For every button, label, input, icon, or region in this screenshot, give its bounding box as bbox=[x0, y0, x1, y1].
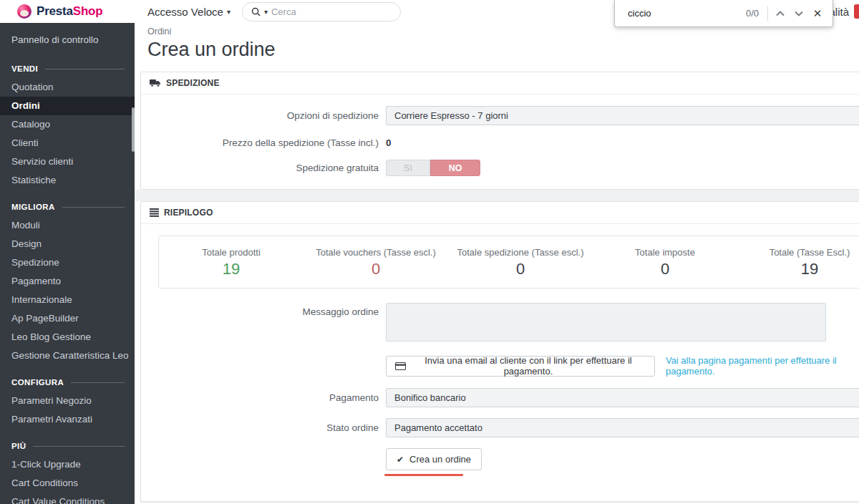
total-shipping-value: 0 bbox=[448, 260, 593, 278]
find-bar-divider bbox=[767, 6, 768, 21]
chevron-up-icon bbox=[776, 11, 785, 16]
browser-find-bar: 0/0 ✕ bbox=[614, 0, 833, 27]
panel-gap bbox=[135, 190, 859, 201]
annotation-red-underline bbox=[384, 474, 463, 476]
main-content: Ordini Crea un ordine SPEDIZIONE Opzioni… bbox=[135, 23, 859, 502]
find-close-button[interactable]: ✕ bbox=[808, 4, 827, 23]
summary-panel: RIEPILOGO Totale prodotti 19 Totale vouc… bbox=[140, 201, 859, 502]
shipping-panel-title: SPEDIZIONE bbox=[166, 78, 220, 88]
sidebar-item-quotation[interactable]: Quotation bbox=[0, 78, 135, 97]
sidebar-item-dashboard[interactable]: Pannello di controllo bbox=[0, 23, 135, 52]
total-products-label: Totale prodotti bbox=[159, 247, 304, 258]
payment-method-label: Pagamento bbox=[141, 392, 379, 403]
total-taxes-col: Totale imposte 0 bbox=[593, 247, 737, 278]
search-icon bbox=[251, 7, 261, 16]
free-shipping-no-button[interactable]: NO bbox=[430, 160, 480, 176]
order-message-label: Messaggio ordine bbox=[141, 303, 379, 317]
sidebar-item-1-click-upgrade[interactable]: 1-Click Upgrade bbox=[0, 455, 135, 474]
sidebar-section-piu: PIÙ bbox=[11, 442, 135, 450]
chevron-down-icon bbox=[795, 11, 803, 16]
total-shipping-col: Totale spedizione (Tasse escl.) 0 bbox=[448, 247, 593, 278]
order-totals-box: Totale prodotti 19 Totale vouchers (Tass… bbox=[158, 236, 859, 289]
find-input[interactable] bbox=[628, 8, 742, 19]
summary-panel-header: RIEPILOGO bbox=[141, 202, 859, 224]
sidebar-item-clienti[interactable]: Clienti bbox=[0, 134, 135, 152]
sidebar-item-moduli[interactable]: Moduli bbox=[0, 216, 135, 235]
total-shipping-label: Totale spedizione (Tasse escl.) bbox=[448, 247, 593, 258]
find-next-button[interactable] bbox=[790, 4, 808, 23]
sidebar-item-gestione-caratteristica-leo[interactable]: Gestione Caratteristica Leo bbox=[0, 346, 135, 365]
summary-panel-title: RIEPILOGO bbox=[164, 208, 213, 218]
order-status-selected-value: Pagamento accettato bbox=[394, 422, 482, 433]
search-scope-caret-icon[interactable]: ▾ bbox=[264, 8, 268, 16]
create-order-button-label: Crea un ordine bbox=[409, 454, 471, 465]
find-match-count: 0/0 bbox=[746, 8, 759, 19]
total-excl-tax-col: Totale (Tasse Escl.) 19 bbox=[737, 247, 859, 278]
order-status-label: Stato ordine bbox=[141, 422, 379, 433]
sidebar-item-design[interactable]: Design bbox=[0, 235, 135, 253]
total-excl-tax-label: Totale (Tasse Escl.) bbox=[737, 247, 859, 258]
credit-card-icon bbox=[395, 362, 406, 370]
close-icon: ✕ bbox=[813, 7, 822, 20]
sidebar-item-spedizione[interactable]: Spedizione bbox=[0, 253, 135, 272]
page-title: Crea un ordine bbox=[135, 37, 859, 72]
total-products-value: 19 bbox=[159, 260, 304, 278]
sidebar-scrollbar-thumb[interactable] bbox=[132, 107, 135, 152]
shipping-options-label: Opzioni di spedizione bbox=[141, 110, 379, 121]
shipping-price-label: Prezzo della spedizione (Tasse incl.) bbox=[141, 137, 379, 148]
payment-page-link[interactable]: Vai alla pagina pagamenti per effettuare… bbox=[666, 355, 859, 377]
total-vouchers-col: Totale vouchers (Tasse escl.) 0 bbox=[304, 247, 448, 278]
payment-method-select[interactable]: Bonifico bancario bbox=[386, 388, 859, 407]
free-shipping-toggle: Sì NO bbox=[386, 160, 480, 176]
total-taxes-label: Totale imposte bbox=[593, 247, 737, 258]
sidebar-item-ordini[interactable]: Ordini bbox=[0, 97, 135, 115]
sidebar-item-leo-blog-gestione[interactable]: Leo Blog Gestione bbox=[0, 328, 135, 346]
sidebar-item-cart-value-conditions[interactable]: Cart Value Conditions bbox=[0, 493, 135, 504]
sidebar-item-parametri-negozio[interactable]: Parametri Negozio bbox=[0, 392, 135, 410]
chevron-down-icon: ▾ bbox=[227, 8, 230, 16]
total-vouchers-label: Totale vouchers (Tasse escl.) bbox=[304, 247, 448, 258]
shipping-panel: SPEDIZIONE Opzioni di spedizione Corrier… bbox=[140, 72, 859, 190]
sidebar-section-migliora: MIGLIORA bbox=[11, 203, 135, 211]
quick-access-label: Accesso Veloce bbox=[147, 6, 223, 18]
sidebar-item-cart-conditions[interactable]: Cart Conditions bbox=[0, 474, 135, 493]
sidebar-item-internazionale[interactable]: Internazionale bbox=[0, 291, 135, 309]
total-vouchers-value: 0 bbox=[304, 260, 448, 278]
total-taxes-value: 0 bbox=[593, 260, 737, 278]
global-search[interactable]: ▾ bbox=[242, 2, 401, 21]
shipping-options-selected-value: Corriere Espresso - 7 giorni bbox=[394, 110, 508, 121]
logo-text: PrestaShop bbox=[37, 4, 102, 19]
quick-access-dropdown[interactable]: Accesso Veloce ▾ bbox=[147, 6, 230, 18]
shipping-options-select[interactable]: Corriere Espresso - 7 giorni bbox=[386, 106, 859, 125]
check-icon: ✔ bbox=[397, 455, 404, 465]
prestashop-logo[interactable]: PrestaShop bbox=[0, 4, 135, 19]
debug-badge bbox=[854, 4, 859, 19]
sidebar-item-pagamento[interactable]: Pagamento bbox=[0, 272, 135, 291]
shipping-panel-header: SPEDIZIONE bbox=[141, 72, 859, 94]
free-shipping-yes-button[interactable]: Sì bbox=[386, 160, 430, 176]
sidebar-section-vendi: VENDI bbox=[11, 64, 135, 73]
order-status-select[interactable]: Pagamento accettato bbox=[386, 418, 859, 437]
send-payment-email-label: Invia una email al cliente con il link p… bbox=[411, 355, 646, 377]
truck-icon bbox=[150, 79, 161, 87]
total-products-col: Totale prodotti 19 bbox=[159, 247, 304, 278]
search-input[interactable] bbox=[271, 6, 392, 17]
prestashop-monkey-icon bbox=[17, 4, 31, 19]
sidebar-item-ap-pagebuilder[interactable]: Ap PageBuilder bbox=[0, 309, 135, 328]
send-payment-email-button[interactable]: Invia una email al cliente con il link p… bbox=[386, 356, 655, 377]
sidebar-item-parametri-avanzati[interactable]: Parametri Avanzati bbox=[0, 410, 135, 429]
order-message-textarea[interactable] bbox=[386, 303, 826, 341]
total-excl-tax-value: 19 bbox=[737, 260, 859, 278]
find-previous-button[interactable] bbox=[771, 4, 790, 23]
sidebar-section-configura: CONFIGURA bbox=[11, 378, 135, 387]
payment-page-link-label: Vai alla pagina pagamenti per effettuare… bbox=[666, 355, 859, 377]
sidebar-nav: Pannello di controllo VENDI Quotation Or… bbox=[0, 23, 135, 504]
free-shipping-label: Spedizione gratuita bbox=[141, 163, 379, 173]
shipping-price-value: 0 bbox=[386, 137, 392, 148]
sidebar-item-catalogo[interactable]: Catalogo bbox=[0, 115, 135, 134]
payment-method-selected-value: Bonifico bancario bbox=[394, 392, 466, 403]
sidebar-item-servizio-clienti[interactable]: Servizio clienti bbox=[0, 152, 135, 171]
create-order-button[interactable]: ✔ Crea un ordine bbox=[386, 448, 482, 470]
list-icon bbox=[150, 208, 159, 217]
sidebar-item-statistiche[interactable]: Statistiche bbox=[0, 171, 135, 190]
